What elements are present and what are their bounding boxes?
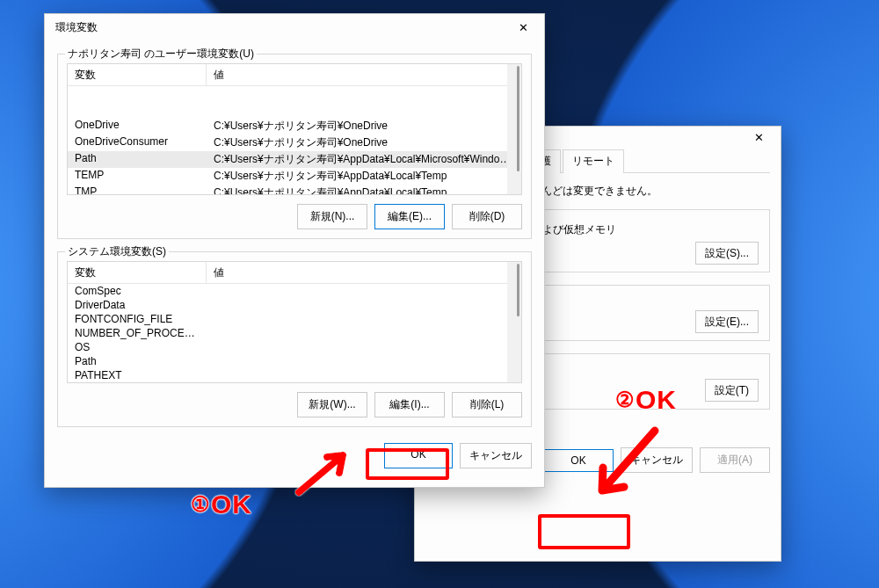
table-row[interactable]: Path	[68, 354, 521, 368]
cancel-button[interactable]: キャンセル	[621, 447, 693, 473]
var-name: Path	[68, 354, 207, 368]
var-value	[207, 298, 521, 312]
env-vars-window: 環境変数 ✕ ナポリタン寿司 のユーザー環境変数(U) 変数 値 OneDriv…	[44, 13, 545, 488]
table-row[interactable]: OneDriveConsumerC:¥Users¥ナポリタン寿司¥OneDriv…	[68, 134, 521, 151]
system-vars-legend: システム環境変数(S)	[65, 244, 169, 259]
startup-settings-button[interactable]: 設定(T)	[705, 379, 759, 402]
var-name: NUMBER_OF_PROCESSORS	[68, 326, 207, 340]
table-row[interactable]: FONTCONFIG_FILE	[68, 312, 521, 326]
titlebar: 環境変数 ✕	[45, 14, 544, 41]
user-edit-button[interactable]: 編集(E)...	[374, 204, 445, 229]
var-value	[207, 326, 521, 340]
system-vars-group: システム環境変数(S) 変数 値 ComSpecDriverDataFONTCO…	[57, 251, 532, 427]
var-name: PATHEXT	[68, 368, 207, 382]
var-value: C:¥Users¥ナポリタン寿司¥AppData¥Local¥Temp	[207, 185, 521, 195]
scrollbar[interactable]	[507, 262, 521, 382]
user-vars-list[interactable]: 変数 値 OneDriveC:¥Users¥ナポリタン寿司¥OneDriveOn…	[67, 63, 522, 195]
table-row[interactable]: ComSpec	[68, 284, 521, 298]
col-value[interactable]: 値	[207, 262, 521, 283]
var-name: ComSpec	[68, 284, 207, 298]
table-row[interactable]: OS	[68, 340, 521, 354]
var-value	[207, 340, 521, 354]
circle-two-icon: ②	[615, 388, 636, 412]
scrollbar[interactable]	[507, 64, 521, 194]
table-row[interactable]: PATHEXT	[68, 368, 521, 382]
system-buttons: 新規(W)... 編集(I)... 削除(L)	[67, 392, 522, 417]
annotation-label: ①OK	[191, 490, 252, 519]
dialog-footer: OK キャンセル	[57, 432, 532, 468]
var-name: OneDrive	[68, 118, 207, 134]
table-row[interactable]: TMPC:¥Users¥ナポリタン寿司¥AppData¥Local¥Temp	[68, 185, 521, 195]
var-value	[207, 354, 521, 368]
ok-button[interactable]: OK	[543, 449, 614, 472]
var-value	[207, 312, 521, 326]
close-icon[interactable]: ✕	[505, 19, 541, 36]
user-delete-button[interactable]: 削除(D)	[452, 204, 522, 229]
var-value: C:¥Users¥ナポリタン寿司¥AppData¥Local¥Microsoft…	[207, 151, 521, 168]
var-name: TMP	[68, 185, 207, 195]
var-name: FONTCONFIG_FILE	[68, 312, 207, 326]
sys-new-button[interactable]: 新規(W)...	[297, 392, 367, 417]
var-name: OS	[68, 340, 207, 354]
user-new-button[interactable]: 新規(N)...	[297, 204, 367, 229]
var-value: C:¥Users¥ナポリタン寿司¥AppData¥Local¥Temp	[207, 168, 521, 185]
col-value[interactable]: 値	[207, 64, 521, 85]
list-header: 変数 値	[68, 262, 521, 284]
perf-settings-button[interactable]: 設定(S)...	[695, 242, 759, 265]
list-header: 変数 値	[68, 64, 521, 86]
table-row[interactable]: TEMPC:¥Users¥ナポリタン寿司¥AppData¥Local¥Temp	[68, 168, 521, 185]
profile-settings-button[interactable]: 設定(E)...	[695, 310, 759, 333]
cancel-button[interactable]: キャンセル	[460, 443, 532, 468]
var-value: C:¥Users¥ナポリタン寿司¥OneDrive	[207, 118, 521, 134]
annotation-label: ②OK	[615, 385, 677, 415]
col-variable[interactable]: 変数	[68, 64, 207, 85]
tab-remote[interactable]: リモート	[563, 149, 624, 173]
circle-one-icon: ①	[191, 492, 211, 517]
ok-button[interactable]: OK	[384, 443, 453, 468]
var-name: DriverData	[68, 298, 207, 312]
table-row[interactable]: OneDriveC:¥Users¥ナポリタン寿司¥OneDrive	[68, 118, 521, 134]
user-vars-legend: ナポリタン寿司 のユーザー環境変数(U)	[65, 47, 257, 62]
col-variable[interactable]: 変数	[68, 262, 207, 283]
system-vars-list[interactable]: 変数 値 ComSpecDriverDataFONTCONFIG_FILENUM…	[67, 261, 522, 383]
var-value: C:¥Users¥ナポリタン寿司¥OneDrive	[207, 134, 521, 151]
table-row[interactable]: PathC:¥Users¥ナポリタン寿司¥AppData¥Local¥Micro…	[68, 151, 521, 168]
user-vars-group: ナポリタン寿司 のユーザー環境変数(U) 変数 値 OneDriveC:¥Use…	[57, 54, 532, 239]
var-name: Path	[68, 151, 207, 168]
user-buttons: 新規(N)... 編集(E)... 削除(D)	[67, 204, 522, 229]
var-value	[207, 284, 521, 298]
var-value	[207, 368, 521, 382]
sys-edit-button[interactable]: 編集(I)...	[374, 392, 445, 417]
var-name: TEMP	[68, 168, 207, 185]
apply-button[interactable]: 適用(A)	[700, 447, 770, 473]
table-row[interactable]: NUMBER_OF_PROCESSORS	[68, 326, 521, 340]
table-row[interactable]: DriverData	[68, 298, 521, 312]
var-name: OneDriveConsumer	[68, 134, 207, 151]
sys-delete-button[interactable]: 削除(L)	[452, 392, 522, 417]
window-title: 環境変数	[55, 20, 98, 35]
close-icon[interactable]: ✕	[741, 129, 776, 146]
